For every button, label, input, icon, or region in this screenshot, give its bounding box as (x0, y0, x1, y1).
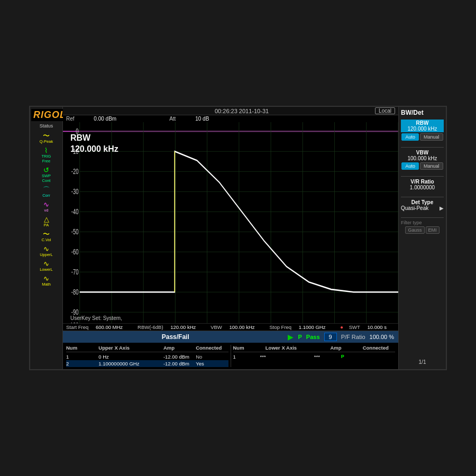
vbw-section-value: 100.000 kHz (401, 155, 444, 161)
upper-r1-num: 1 (66, 354, 98, 360)
datetime-display: 00:26:23 2011-10-31 (215, 108, 269, 114)
instrument-frame: RIGOL Status 〜 Q-Peak ⌇ TRIGFree ↺ SWPCo… (29, 106, 447, 370)
limit-table: Num Upper X Axis Amp Connected 1 0 Hz -1… (63, 343, 398, 369)
sidebar-item-trig[interactable]: ⌇ TRIGFree (42, 147, 51, 163)
upper-row-1: 1 0 Hz -12.00 dBm No (66, 353, 228, 360)
pass-count: 9 (324, 333, 337, 341)
top-bar: 00:26:23 2011-10-31 Local (63, 107, 398, 115)
upper-col-xaxis: Upper X Axis (98, 345, 163, 351)
pf-ratio-label: P/F Ratio (341, 334, 365, 340)
sidebar-item-pa[interactable]: △ PA (44, 216, 49, 227)
ref-bar: Ref 0.00 dBm Att 10 dB (63, 115, 398, 122)
upper-col-num: Num (66, 345, 98, 351)
ref-label: Ref 0.00 dBm (66, 116, 132, 122)
upper-r2-num: 2 (66, 361, 98, 367)
rbw-section-label: RBW (403, 120, 442, 126)
svg-text:-50: -50 (71, 227, 79, 236)
rbw-manual-btn[interactable]: Manual (420, 133, 443, 141)
vbw-status: VBW 100.00 kHz (210, 324, 259, 330)
lower-col-num: Num (233, 345, 266, 351)
filter-btns: Gauss EMI (401, 226, 444, 234)
vbw-auto-btn[interactable]: Auto (401, 162, 419, 170)
chart-area: 0 -10 -20 -30 -40 -50 -60 -70 -80 -90 -1… (63, 122, 398, 323)
stop-freq-label: Stop Freq (269, 324, 291, 330)
sidebar-label-cvol: C.Vol (42, 237, 51, 242)
sidebar-label-pa: PA (44, 223, 49, 227)
sidebar-label-corr: Corr (42, 193, 50, 198)
rbw-auto-btn[interactable]: Auto (401, 133, 419, 141)
lower-table-header: Num Lower X Axis Amp Connected (233, 345, 396, 352)
status-label: Status (40, 123, 53, 129)
sidebar-label-upperl: UpperL (40, 252, 53, 257)
upper-r2-amp: -12.00 dBm (163, 361, 196, 367)
rbw-section-value: 120.000 kHz (403, 126, 442, 132)
lower-r1-xaxis: *** (260, 354, 314, 360)
start-freq: Start Freq 600.00 MHz (66, 324, 127, 330)
vbw-section: VBW 100.000 kHz Auto Manual (401, 150, 444, 170)
rbw-line2: 120.000 kHz (70, 144, 118, 155)
lower-col-xaxis: Lower X Axis (266, 345, 331, 351)
det-type-value: Quasi-Peak (401, 205, 428, 211)
divider-3 (401, 197, 444, 197)
divider-1 (401, 147, 444, 148)
sidebar-item-cvol[interactable]: 〜 C.Vol (42, 231, 51, 242)
swp-icon: ↺ (43, 167, 49, 173)
stop-freq-val: 1.1000 GHz (299, 324, 326, 330)
sidebar-item-q-peak[interactable]: 〜 Q-Peak (40, 132, 53, 144)
att-value: 10 dB (195, 116, 209, 122)
lowerl-icon: ∿ (43, 260, 49, 267)
play-button[interactable]: ▶ (288, 333, 294, 341)
stop-freq: Stop Freq 1.1000 GHz (269, 324, 329, 330)
corr-icon: ⌒ (43, 186, 50, 193)
lower-col-amp: Amp (330, 345, 362, 351)
sidebar-label-lowerl: LowerL (40, 267, 53, 272)
lower-limit-table: Num Lower X Axis Amp Connected 1 *** ***… (233, 345, 396, 367)
lower-r1-num: 1 (233, 354, 260, 360)
upper-r1-xaxis: 0 Hz (98, 354, 163, 360)
svg-text:-20: -20 (71, 167, 79, 176)
sidebar-item-upperl[interactable]: ∿ UpperL (40, 245, 53, 257)
swt-status: ● SWT 10.000 s (340, 324, 391, 330)
sidebar-item-vd[interactable]: ∿ vd (43, 201, 49, 213)
vbw-label: VBW (210, 324, 222, 330)
vbw-section-label: VBW (401, 150, 444, 155)
rbw-line1: RBW (70, 133, 118, 144)
left-sidebar: RIGOL Status 〜 Q-Peak ⌇ TRIGFree ↺ SWPCo… (30, 107, 63, 369)
att-label: Att 10 dB (169, 116, 225, 122)
start-freq-val: 600.00 MHz (96, 324, 123, 330)
sidebar-label-math: Math (42, 282, 51, 287)
upper-col-connected: Connected (196, 345, 228, 351)
filter-emi-btn[interactable]: EMI (426, 226, 440, 234)
ref-text: Ref (66, 116, 75, 122)
passfail-title: Pass/Fail (67, 333, 283, 341)
sidebar-item-corr[interactable]: ⌒ Corr (42, 186, 50, 198)
lower-p-marker: P (341, 354, 368, 360)
vbw-manual-btn[interactable]: Manual (420, 162, 443, 170)
lower-r1-connected (368, 354, 395, 360)
vbw-val: 100.00 kHz (229, 324, 254, 330)
sidebar-item-swp[interactable]: ↺ SWPCont (42, 167, 51, 183)
sidebar-item-lowerl[interactable]: ∿ LowerL (40, 260, 53, 272)
filter-gauss-btn[interactable]: Gauss (405, 226, 424, 234)
upper-col-amp: Amp (163, 345, 196, 351)
rbw-mode-btns: Auto Manual (401, 133, 444, 141)
sidebar-item-math[interactable]: ∿ Math (42, 275, 51, 287)
ref-value: 0.00 dBm (94, 116, 116, 122)
upper-r1-amp: -12.00 dBm (163, 354, 196, 360)
sidebar-label-swp: SWPCont (42, 173, 51, 183)
lower-r1-amp: *** (314, 354, 341, 360)
lower-row-1: 1 *** *** P (233, 353, 396, 360)
svg-text:-80: -80 (71, 287, 79, 297)
upperl-icon: ∿ (43, 245, 49, 252)
upper-r1-connected: No (196, 354, 228, 360)
vr-ratio-section: V/R Ratio 1.0000000 (401, 179, 444, 190)
rbw-status-label: RBW(-6dB) (138, 324, 163, 330)
vr-ratio-value: 1.0000000 (401, 185, 444, 190)
pa-icon: △ (44, 216, 49, 223)
svg-text:-40: -40 (71, 207, 79, 216)
table-divider (231, 345, 231, 367)
pf-ratio-val: 100.00 % (370, 334, 394, 340)
upper-row-2: 2 1.100000000 GHz -12.00 dBm Yes (66, 360, 228, 367)
divider-4 (401, 217, 444, 218)
att-text: Att (169, 116, 176, 122)
